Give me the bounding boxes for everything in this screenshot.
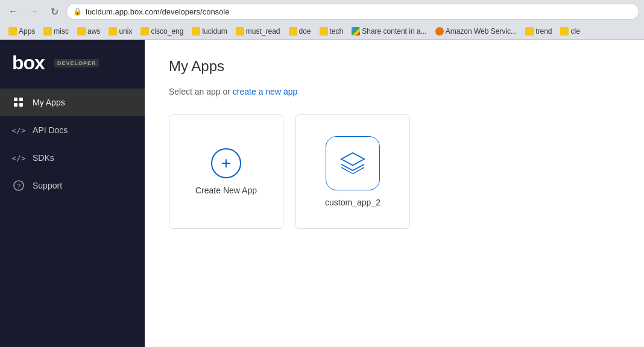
nav-item-label: Support — [33, 181, 62, 190]
bookmark-favicon — [43, 27, 52, 36]
bookmark-label: Amazon Web Servic... — [446, 27, 517, 36]
url-text: lucidum.app.box.com/developers/console — [86, 7, 229, 16]
code-icon: </> — [12, 151, 25, 164]
sidebar: box DEVELOPER My Apps < — [0, 40, 145, 347]
bookmarks-bar: Apps misc aws unix cisco_eng lucidum mus… — [0, 23, 644, 40]
bookmark-favicon — [236, 27, 244, 36]
lock-icon: 🔒 — [73, 7, 82, 16]
main-content: My Apps Select an app or create a new ap… — [145, 40, 644, 347]
create-new-app-link[interactable]: create a new app — [233, 87, 297, 96]
custom-app-2-label: custom_app_2 — [325, 198, 380, 207]
box-logo: box — [12, 52, 45, 74]
bookmark-favicon — [525, 27, 534, 36]
bookmark-favicon — [140, 27, 149, 36]
bookmark-label: misc — [54, 27, 69, 36]
page-title: My Apps — [169, 58, 620, 75]
nav-item-label: SDKs — [33, 153, 54, 163]
sidebar-item-api-docs[interactable]: </> API Docs — [0, 116, 145, 144]
sidebar-item-sdks[interactable]: </> SDKs — [0, 144, 145, 172]
bookmark-share[interactable]: Share content in a... — [348, 26, 430, 37]
bookmark-label: doe — [299, 27, 311, 36]
bookmark-favicon — [192, 27, 200, 36]
bookmark-favicon — [109, 27, 117, 36]
grid-icon — [12, 96, 25, 109]
sidebar-item-support[interactable]: ? Support — [0, 172, 145, 199]
create-new-app-card[interactable]: + Create New App — [169, 114, 283, 229]
bookmark-apps[interactable]: Apps — [5, 26, 39, 37]
bookmark-favicon — [8, 27, 17, 36]
create-plus-icon: + — [211, 148, 241, 178]
bookmark-tech[interactable]: tech — [316, 26, 347, 37]
page: box DEVELOPER My Apps < — [0, 40, 644, 347]
svg-marker-2 — [341, 153, 364, 166]
subtitle: Select an app or create a new app — [169, 87, 620, 96]
bookmark-label: Apps — [19, 27, 35, 36]
bookmark-favicon — [289, 27, 297, 36]
code-icon: </> — [12, 123, 25, 137]
bookmark-trend[interactable]: trend — [522, 26, 555, 37]
subtitle-text: Select an app or — [169, 87, 233, 96]
apps-grid: + Create New App custom_app_2 — [169, 114, 620, 229]
forward-button[interactable]: → — [25, 3, 42, 20]
bookmark-label: lucidum — [202, 27, 227, 36]
bookmark-misc[interactable]: misc — [40, 26, 72, 37]
logo-text: box — [12, 52, 45, 74]
bookmark-lucidum[interactable]: lucidum — [188, 26, 230, 37]
layers-icon — [337, 148, 368, 179]
bookmark-amazon[interactable]: Amazon Web Servic... — [432, 26, 521, 37]
sidebar-logo: box DEVELOPER — [0, 40, 145, 84]
bookmark-label: tech — [330, 27, 344, 36]
address-bar[interactable]: 🔒 lucidum.app.box.com/developers/console — [66, 3, 639, 20]
browser-chrome: ← → ↻ 🔒 lucidum.app.box.com/developers/c… — [0, 0, 644, 40]
bookmark-label: trend — [535, 27, 552, 36]
browser-toolbar: ← → ↻ 🔒 lucidum.app.box.com/developers/c… — [0, 0, 644, 23]
back-button[interactable]: ← — [5, 3, 22, 20]
bookmark-favicon — [435, 27, 444, 36]
help-icon: ? — [12, 179, 25, 192]
bookmark-cle[interactable]: cle — [557, 26, 583, 37]
bookmark-label: aws — [87, 27, 100, 36]
bookmark-label: unix — [119, 27, 132, 36]
custom-app-2-card[interactable]: custom_app_2 — [295, 114, 410, 229]
bookmark-unix[interactable]: unix — [105, 26, 136, 37]
bookmark-cisco[interactable]: cisco_eng — [137, 26, 187, 37]
nav-item-label: API Docs — [33, 125, 68, 135]
bookmark-favicon — [77, 27, 86, 36]
bookmark-label: cle — [570, 27, 579, 36]
nav-item-label: My Apps — [33, 98, 65, 107]
refresh-button[interactable]: ↻ — [46, 3, 63, 20]
bookmark-label: cisco_eng — [151, 27, 183, 36]
bookmark-favicon — [320, 27, 328, 36]
bookmark-favicon — [352, 27, 360, 36]
bookmark-label: must_read — [246, 27, 280, 36]
bookmark-must-read[interactable]: must_read — [232, 26, 284, 37]
svg-text:?: ? — [17, 183, 21, 190]
developer-badge: DEVELOPER — [54, 59, 99, 67]
bookmark-aws[interactable]: aws — [74, 26, 104, 37]
create-new-app-label: Create New App — [195, 186, 257, 195]
sidebar-item-my-apps[interactable]: My Apps — [0, 89, 145, 116]
bookmark-doe[interactable]: doe — [285, 26, 315, 37]
sidebar-nav: My Apps </> API Docs </> SDKs — [0, 89, 145, 199]
bookmark-favicon — [560, 27, 569, 36]
app-icon-wrapper — [326, 136, 380, 190]
bookmark-label: Share content in a... — [362, 27, 426, 36]
